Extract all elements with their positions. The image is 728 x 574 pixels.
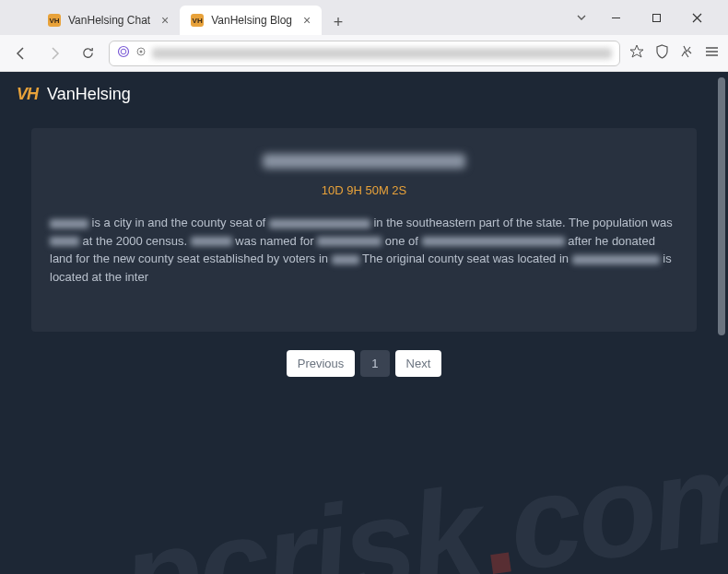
svg-point-3 [121, 49, 126, 54]
scrollbar[interactable] [718, 77, 725, 335]
svg-point-5 [140, 50, 143, 53]
tor-onion-icon [117, 45, 130, 62]
page-content: VH VanHelsing 10D 9H 50M 2S is a city in… [0, 72, 728, 574]
reload-button[interactable] [76, 41, 100, 65]
forward-button[interactable] [42, 41, 66, 65]
close-window-button[interactable] [676, 3, 717, 32]
tab-vanhelsing-chat[interactable]: VH VanHelsing Chat × [37, 6, 180, 35]
redacted-word [50, 219, 88, 228]
minimize-button[interactable] [595, 3, 636, 32]
logo-mark-icon: VH [17, 85, 38, 104]
previous-button[interactable]: Previous [287, 350, 356, 377]
bookmark-icon[interactable] [629, 44, 644, 63]
countdown-timer: 10D 9H 50M 2S [50, 183, 678, 197]
site-header: VH VanHelsing [0, 72, 728, 117]
victim-card: 10D 9H 50M 2S is a city in and the count… [31, 128, 697, 332]
tab-vanhelsing-blog[interactable]: VH VanHelsing Blog × [180, 6, 322, 35]
redacted-word [572, 255, 660, 264]
next-button[interactable]: Next [395, 350, 442, 377]
site-title: VanHelsing [47, 85, 131, 104]
page-number[interactable]: 1 [360, 350, 389, 377]
new-tab-button[interactable]: + [325, 9, 351, 35]
url-text-redacted [152, 48, 612, 59]
svg-rect-1 [652, 14, 660, 21]
redacted-word [191, 237, 232, 246]
close-tab-icon[interactable]: × [299, 13, 314, 28]
new-identity-icon[interactable] [680, 44, 694, 63]
menu-icon[interactable] [705, 45, 719, 62]
redacted-word [332, 255, 359, 264]
chevron-down-icon[interactable] [568, 12, 595, 23]
circuit-icon [135, 45, 147, 62]
maximize-button[interactable] [636, 3, 676, 32]
redacted-word [50, 237, 79, 246]
url-input[interactable] [109, 41, 620, 66]
victim-name-redacted [263, 154, 465, 169]
shield-icon[interactable] [655, 44, 669, 63]
tab-favicon-icon: VH [48, 14, 61, 27]
redacted-word [317, 237, 382, 246]
close-tab-icon[interactable]: × [158, 13, 172, 28]
pagination: Previous 1 Next [0, 350, 728, 377]
victim-description: is a city in and the county seat of in t… [50, 214, 678, 286]
back-button[interactable] [9, 41, 33, 65]
address-bar [0, 35, 728, 72]
redacted-word [269, 219, 370, 228]
tab-label: VanHelsing Blog [211, 14, 292, 27]
svg-point-2 [119, 46, 129, 56]
watermark: pcrisk.com [113, 417, 728, 574]
redacted-word [422, 237, 565, 246]
tab-favicon-icon: VH [191, 14, 204, 27]
tab-bar: VH VanHelsing Chat × VH VanHelsing Blog … [0, 0, 728, 35]
tab-label: VanHelsing Chat [68, 14, 150, 27]
